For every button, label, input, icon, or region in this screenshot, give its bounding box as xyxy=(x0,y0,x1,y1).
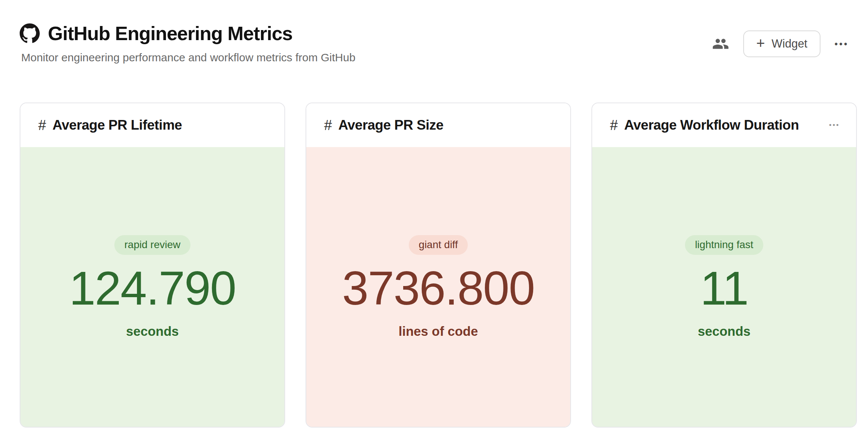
header-actions: + Widget ••• xyxy=(712,30,849,57)
header-left: GitHub Engineering Metrics Monitor engin… xyxy=(20,22,355,64)
metric-card-pr-size: # Average PR Size giant diff 3736.800 li… xyxy=(306,103,571,428)
status-badge: rapid review xyxy=(114,235,190,254)
page-menu-icon[interactable]: ••• xyxy=(835,39,849,49)
card-body: giant diff 3736.800 lines of code xyxy=(306,147,570,427)
card-header: # Average PR Lifetime xyxy=(20,103,284,147)
add-widget-button[interactable]: + Widget xyxy=(743,30,820,57)
card-title: Average Workflow Duration xyxy=(624,117,799,133)
hash-icon: # xyxy=(38,117,46,133)
people-icon[interactable] xyxy=(712,35,729,52)
metric-value: 3736.800 xyxy=(342,264,535,312)
metric-card-workflow-duration: # Average Workflow Duration ••• lightnin… xyxy=(591,103,857,428)
card-header: # Average PR Size xyxy=(306,103,570,147)
card-body: lightning fast 11 seconds xyxy=(592,147,856,427)
metric-card-pr-lifetime: # Average PR Lifetime rapid review 124.7… xyxy=(20,103,285,428)
metric-unit: lines of code xyxy=(399,324,478,339)
page-header: GitHub Engineering Metrics Monitor engin… xyxy=(20,22,857,64)
card-header: # Average Workflow Duration ••• xyxy=(592,103,856,147)
metric-value: 124.790 xyxy=(69,264,236,312)
metric-unit: seconds xyxy=(126,324,179,339)
hash-icon: # xyxy=(324,117,332,133)
hash-icon: # xyxy=(610,117,618,133)
page-title: GitHub Engineering Metrics xyxy=(48,22,293,45)
title-row: GitHub Engineering Metrics xyxy=(20,22,355,45)
dashboard-page: GitHub Engineering Metrics Monitor engin… xyxy=(0,0,868,445)
page-subtitle: Monitor engineering performance and work… xyxy=(21,51,355,64)
add-widget-label: Widget xyxy=(771,37,807,51)
metric-cards: # Average PR Lifetime rapid review 124.7… xyxy=(20,103,857,428)
card-title: Average PR Size xyxy=(338,117,443,133)
status-badge: lightning fast xyxy=(685,235,763,254)
card-title: Average PR Lifetime xyxy=(52,117,182,133)
metric-unit: seconds xyxy=(698,324,751,339)
status-badge: giant diff xyxy=(409,235,468,254)
card-menu-icon[interactable]: ••• xyxy=(829,121,840,129)
metric-value: 11 xyxy=(700,264,748,312)
github-logo-icon xyxy=(20,23,40,43)
plus-icon: + xyxy=(756,36,765,51)
card-body: rapid review 124.790 seconds xyxy=(20,147,284,427)
